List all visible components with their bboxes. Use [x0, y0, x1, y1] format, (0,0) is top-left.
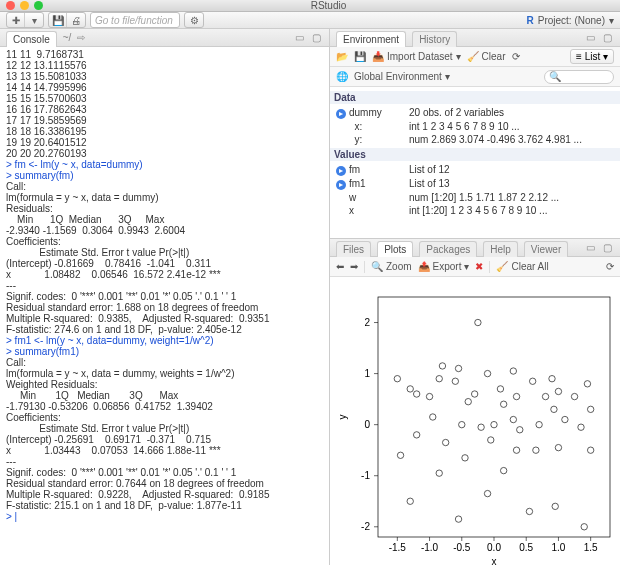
- prev-plot-icon[interactable]: ⬅: [336, 261, 344, 272]
- env-view-mode[interactable]: ≡ List ▾: [570, 49, 614, 64]
- svg-point-33: [436, 376, 442, 382]
- svg-point-61: [536, 421, 542, 427]
- env-search-input[interactable]: 🔍: [544, 70, 614, 84]
- svg-point-48: [488, 437, 494, 443]
- tools-icon[interactable]: ⚙: [185, 13, 203, 27]
- console-path-icon[interactable]: ⇨: [77, 32, 85, 43]
- tools-buttons[interactable]: ⚙: [184, 12, 204, 28]
- tab-console[interactable]: Console: [6, 31, 57, 47]
- svg-point-42: [465, 398, 471, 404]
- svg-text:-1: -1: [361, 470, 370, 481]
- close-window-icon[interactable]: [6, 1, 15, 10]
- refresh-icon[interactable]: ⟳: [512, 51, 520, 62]
- maximize-plots-icon[interactable]: ▢: [600, 241, 614, 255]
- open-file-icon[interactable]: ▾: [25, 13, 43, 27]
- traffic-lights: [6, 1, 43, 10]
- zoom-window-icon[interactable]: [34, 1, 43, 10]
- svg-point-59: [529, 378, 535, 384]
- svg-point-72: [584, 381, 590, 387]
- svg-point-68: [562, 416, 568, 422]
- minimize-env-icon[interactable]: ▭: [583, 31, 597, 45]
- svg-point-74: [587, 447, 593, 453]
- minimize-plots-icon[interactable]: ▭: [583, 241, 597, 255]
- minimize-pane-icon[interactable]: ▭: [292, 31, 306, 45]
- print-icon[interactable]: 🖨: [67, 13, 85, 27]
- tab-plots[interactable]: Plots: [377, 241, 413, 257]
- svg-point-57: [517, 427, 523, 433]
- svg-point-45: [478, 424, 484, 430]
- clear-env-button[interactable]: 🧹 Clear: [467, 51, 506, 62]
- env-scope-selector[interactable]: Global Environment ▾: [354, 71, 450, 82]
- tab-viewer[interactable]: Viewer: [524, 241, 568, 257]
- svg-point-64: [551, 406, 557, 412]
- svg-point-41: [462, 455, 468, 461]
- svg-point-71: [581, 524, 587, 530]
- svg-point-52: [500, 401, 506, 407]
- svg-point-56: [513, 393, 519, 399]
- project-label: Project: (None): [538, 15, 605, 26]
- svg-rect-0: [378, 297, 610, 537]
- clear-all-button[interactable]: 🧹 Clear All: [496, 261, 548, 272]
- rlogo-icon: R: [527, 15, 534, 26]
- project-selector[interactable]: R Project: (None) ▾: [527, 15, 614, 26]
- console-output[interactable]: 11 11 9.716873112 12 13.111557613 13 15.…: [0, 47, 329, 565]
- save-icon[interactable]: 💾: [49, 13, 67, 27]
- svg-point-58: [526, 508, 532, 514]
- next-plot-icon[interactable]: ➡: [350, 261, 358, 272]
- svg-point-53: [510, 416, 516, 422]
- tab-packages[interactable]: Packages: [419, 241, 477, 257]
- svg-point-30: [413, 432, 419, 438]
- svg-point-63: [549, 376, 555, 382]
- svg-point-29: [407, 498, 413, 504]
- export-button[interactable]: 📤 Export ▾: [418, 261, 470, 272]
- svg-point-43: [471, 391, 477, 397]
- tab-history[interactable]: History: [412, 31, 457, 47]
- svg-text:0.0: 0.0: [487, 542, 501, 553]
- svg-text:-1.0: -1.0: [421, 542, 439, 553]
- plots-toolbar: ⬅ ➡ 🔍 Zoom 📤 Export ▾ ✖ 🧹 Clear All ⟳: [330, 257, 620, 277]
- save-workspace-icon[interactable]: 💾: [354, 51, 366, 62]
- svg-point-65: [552, 503, 558, 509]
- svg-text:-1.5: -1.5: [389, 542, 407, 553]
- remove-plot-icon[interactable]: ✖: [475, 261, 483, 272]
- svg-point-51: [500, 467, 506, 473]
- environment-list[interactable]: Data▸dummy20 obs. of 2 variables x:int 1…: [330, 87, 620, 238]
- console-path: ~/: [63, 32, 72, 43]
- svg-point-70: [578, 424, 584, 430]
- env-scope-bar: 🌐 Global Environment ▾ 🔍: [330, 67, 620, 87]
- svg-point-54: [510, 368, 516, 374]
- svg-point-66: [555, 388, 561, 394]
- tab-files[interactable]: Files: [336, 241, 371, 257]
- svg-point-46: [484, 490, 490, 496]
- maximize-env-icon[interactable]: ▢: [600, 31, 614, 45]
- zoom-button[interactable]: 🔍 Zoom: [371, 261, 412, 272]
- svg-text:0: 0: [364, 419, 370, 430]
- minimize-window-icon[interactable]: [20, 1, 29, 10]
- svg-point-47: [484, 370, 490, 376]
- tab-environment[interactable]: Environment: [336, 31, 406, 47]
- goto-file-input[interactable]: Go to file/function: [90, 12, 180, 28]
- load-workspace-icon[interactable]: 📂: [336, 51, 348, 62]
- refresh-plot-icon[interactable]: ⟳: [606, 261, 614, 272]
- svg-point-32: [426, 393, 432, 399]
- new-open-buttons[interactable]: ✚ ▾: [6, 12, 44, 28]
- svg-point-55: [513, 447, 519, 453]
- svg-point-27: [394, 376, 400, 382]
- svg-text:-0.5: -0.5: [453, 542, 471, 553]
- console-pane-header: Console ~/ ⇨ ▭ ▢: [0, 29, 329, 47]
- svg-text:1: 1: [364, 368, 370, 379]
- main-toolbar: ✚ ▾ 💾 🖨 Go to file/function ⚙ R Project:…: [0, 12, 620, 29]
- window-title: RStudio: [43, 0, 614, 11]
- new-file-icon[interactable]: ✚: [7, 13, 25, 27]
- svg-text:1.5: 1.5: [584, 542, 598, 553]
- tab-help[interactable]: Help: [483, 241, 518, 257]
- svg-point-37: [452, 378, 458, 384]
- plots-pane-header: Files Plots Packages Help Viewer ▭ ▢: [330, 239, 620, 257]
- svg-text:2: 2: [364, 317, 370, 328]
- save-print-buttons[interactable]: 💾 🖨: [48, 12, 86, 28]
- import-dataset-button[interactable]: 📥 Import Dataset ▾: [372, 51, 461, 62]
- svg-text:0.5: 0.5: [519, 542, 533, 553]
- window-titlebar: RStudio: [0, 0, 620, 12]
- maximize-pane-icon[interactable]: ▢: [309, 31, 323, 45]
- svg-text:x: x: [492, 556, 497, 565]
